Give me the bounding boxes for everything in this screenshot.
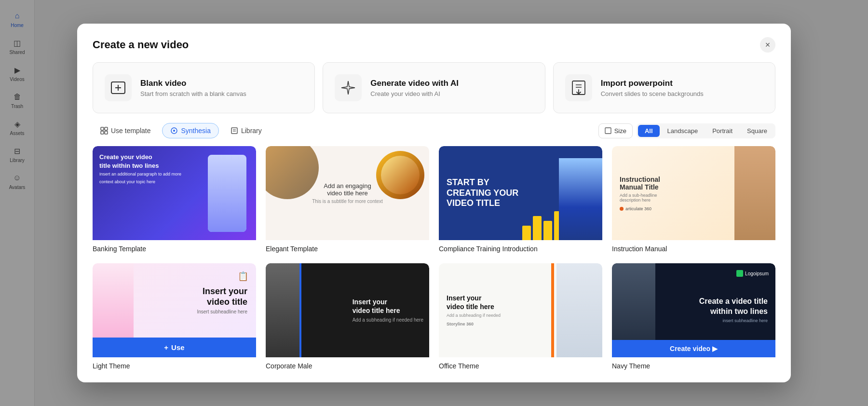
library-tab[interactable]: Library bbox=[223, 123, 270, 138]
library-label: Library bbox=[241, 127, 262, 135]
template-grid-container: Create your videotitle within two lines … bbox=[77, 146, 791, 382]
blank-video-title: Blank video bbox=[140, 79, 246, 88]
plus-icon: + bbox=[120, 223, 124, 231]
template-thumb-light: 📋 Insert yourvideo title Insert subheadl… bbox=[93, 263, 256, 357]
template-thumb-navy: Logoipsum Create a video titlewithin two… bbox=[612, 263, 775, 357]
orient-portrait-btn[interactable]: Portrait bbox=[705, 125, 739, 137]
import-ppt-title: Import powerpoint bbox=[601, 79, 704, 88]
size-label: Size bbox=[614, 127, 626, 135]
plus-icon-instruction: + bbox=[639, 223, 644, 231]
template-card-compliance[interactable]: START BYCREATING YOURVIDEO TITLE bbox=[439, 146, 602, 254]
import-ppt-text: Import powerpoint Convert slides to scen… bbox=[601, 79, 704, 97]
svg-point-11 bbox=[173, 130, 175, 132]
use-elegant-button[interactable]: + Use bbox=[274, 218, 421, 236]
create-video-modal: Create a new video × Blank video Start f… bbox=[77, 24, 791, 382]
template-card-office[interactable]: Insert yourvideo title here Add a subhea… bbox=[439, 263, 602, 371]
elegant-template-label: Elegant Template bbox=[266, 240, 429, 254]
import-ppt-card[interactable]: Import powerpoint Convert slides to scen… bbox=[553, 62, 775, 113]
creation-options-row: Blank video Start from scratch with a bl… bbox=[77, 53, 791, 123]
svg-rect-8 bbox=[101, 131, 104, 134]
light-template-label: Light Theme bbox=[93, 357, 256, 371]
generate-ai-text: Generate video with AI Create your video… bbox=[370, 79, 459, 97]
blank-video-icon bbox=[105, 74, 132, 101]
svg-rect-7 bbox=[105, 127, 108, 130]
use-template-tab[interactable]: Use template bbox=[93, 123, 158, 138]
modal-overlay: Create a new video × Blank video Start f… bbox=[0, 0, 868, 406]
orient-all-btn[interactable]: All bbox=[638, 125, 660, 137]
navy-template-label: Navy Theme bbox=[612, 357, 775, 371]
generate-ai-icon bbox=[335, 74, 362, 101]
orientation-group: All Landscape Portrait Square bbox=[637, 123, 775, 138]
blank-video-text: Blank video Start from scratch with a bl… bbox=[140, 79, 246, 97]
blank-video-card[interactable]: Blank video Start from scratch with a bl… bbox=[93, 62, 315, 113]
generate-ai-title: Generate video with AI bbox=[370, 79, 459, 88]
synthesia-tab[interactable]: Synthesia bbox=[162, 123, 218, 138]
template-card-instruction[interactable]: InstructionalManual Title Add a sub-head… bbox=[612, 146, 775, 254]
use-banking-button[interactable]: + Use bbox=[101, 218, 248, 236]
svg-rect-15 bbox=[605, 128, 611, 134]
svg-rect-12 bbox=[231, 128, 237, 134]
modal-close-button[interactable]: × bbox=[760, 37, 775, 53]
use-light-button[interactable]: + Use bbox=[93, 338, 256, 357]
import-ppt-icon bbox=[565, 74, 592, 101]
template-card-elegant[interactable]: Add an engagingvideo title here This is … bbox=[266, 146, 429, 254]
use-dark-male-button[interactable]: + Use bbox=[274, 336, 421, 353]
svg-rect-9 bbox=[105, 131, 108, 134]
template-card-navy[interactable]: Logoipsum Create a video titlewithin two… bbox=[612, 263, 775, 371]
use-template-label: Use template bbox=[111, 127, 150, 135]
modal-title: Create a new video bbox=[93, 39, 189, 51]
size-button[interactable]: Size bbox=[598, 123, 633, 138]
template-card-dark-male[interactable]: Insert yourvideo title here Add a subhea… bbox=[266, 263, 429, 371]
template-card-light[interactable]: 📋 Insert yourvideo title Insert subheadl… bbox=[93, 263, 256, 371]
import-ppt-desc: Convert slides to scene backgrounds bbox=[601, 90, 704, 97]
instruction-template-label: Instruction Manual bbox=[612, 240, 775, 254]
create-video-overlay[interactable]: Create video ▶ bbox=[612, 340, 775, 357]
orient-landscape-btn[interactable]: Landscape bbox=[661, 125, 705, 137]
use-office-button[interactable]: + Use bbox=[447, 336, 594, 353]
svg-rect-6 bbox=[101, 127, 104, 130]
office-template-label: Office Theme bbox=[439, 357, 602, 371]
generate-ai-card[interactable]: Generate video with AI Create your video… bbox=[323, 62, 545, 113]
template-toolbar: Use template Synthesia Library bbox=[77, 123, 791, 146]
compliance-template-label: Compliance Training Introduction bbox=[439, 240, 602, 254]
template-card-banking[interactable]: Create your videotitle within two lines … bbox=[93, 146, 256, 254]
modal-header: Create a new video × bbox=[77, 24, 791, 53]
use-compliance-button[interactable]: + Use bbox=[447, 218, 594, 236]
use-instruction-button[interactable]: + Use bbox=[620, 218, 767, 236]
blank-video-desc: Start from scratch with a blank canvas bbox=[140, 90, 246, 97]
banking-template-label: Banking Template bbox=[93, 240, 256, 254]
generate-ai-desc: Create your video with AI bbox=[370, 90, 459, 97]
plus-icon-compliance: + bbox=[466, 223, 471, 231]
template-grid: Create your videotitle within two lines … bbox=[93, 146, 775, 371]
plus-icon-elegant: + bbox=[293, 223, 298, 231]
dark-male-template-label: Corporate Male bbox=[266, 357, 429, 371]
orient-square-btn[interactable]: Square bbox=[740, 125, 774, 137]
synthesia-label: Synthesia bbox=[181, 127, 210, 135]
